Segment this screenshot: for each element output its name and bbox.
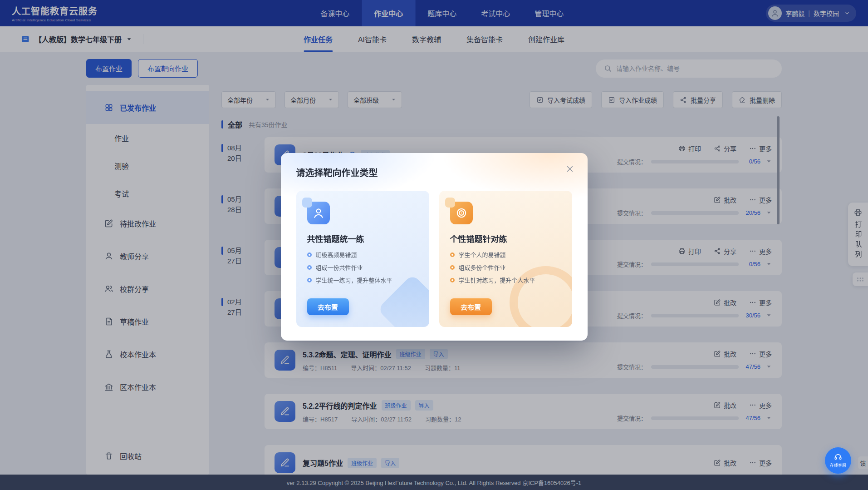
card-icon-wrap <box>307 202 330 224</box>
card-bullet: 组成一份共性作业 <box>307 263 418 272</box>
person-icon <box>313 207 324 219</box>
bullet-dot-icon <box>307 252 312 257</box>
bullet-text: 学生针对练习，提升个人水平 <box>459 276 535 284</box>
bullet-dot-icon <box>450 278 455 282</box>
card-bullet: 学生统一练习，提升整体水平 <box>307 276 418 284</box>
icon-shadow <box>445 198 455 208</box>
bullet-dot-icon <box>307 278 312 282</box>
close-icon[interactable] <box>566 165 574 173</box>
bullet-text: 组成多份个性作业 <box>459 263 506 272</box>
card-bullet: 组成多份个性作业 <box>450 263 561 272</box>
common-mistake-card[interactable]: 共性错题统一练 班级高频易错题 组成一份共性作业 学生统一练习，提升整体水平 去… <box>296 191 429 327</box>
card-bullet: 学生个人的易错题 <box>450 250 561 259</box>
assign-common-button[interactable]: 去布置 <box>307 298 349 315</box>
bullet-text: 学生统一练习，提升整体水平 <box>316 276 392 284</box>
modal-cards: 共性错题统一练 班级高频易错题 组成一份共性作业 学生统一练习，提升整体水平 去… <box>296 191 572 327</box>
icon-shadow <box>302 198 312 208</box>
bullet-dot-icon <box>307 265 312 270</box>
bullet-dot-icon <box>450 265 455 270</box>
bullet-dot-icon <box>450 252 455 257</box>
bullet-text: 组成一份共性作业 <box>316 263 363 272</box>
bullet-text: 班级高频易错题 <box>316 250 357 259</box>
card-bullet: 学生针对练习，提升个人水平 <box>450 276 561 284</box>
card-title: 共性错题统一练 <box>307 233 418 244</box>
bullet-text: 学生个人的易错题 <box>459 250 506 259</box>
target-homework-modal: 请选择靶向作业类型 共性错题统一练 班级高频易错题 组成一份共性作业 学生统一练… <box>281 153 588 341</box>
card-bullet: 班级高频易错题 <box>307 250 418 259</box>
online-service-button[interactable]: 在线客服 <box>825 447 851 474</box>
personal-mistake-card[interactable]: 个性错题针对练 学生个人的易错题 组成多份个性作业 学生针对练习，提升个人水平 … <box>439 191 572 327</box>
card-title: 个性错题针对练 <box>450 233 561 244</box>
card-icon-wrap <box>450 202 473 224</box>
modal-title: 请选择靶向作业类型 <box>296 166 572 179</box>
assign-personal-button[interactable]: 去布置 <box>450 298 492 315</box>
online-service-label: 在线客服 <box>830 462 846 468</box>
headset-icon <box>834 453 842 461</box>
target-icon <box>456 207 467 219</box>
